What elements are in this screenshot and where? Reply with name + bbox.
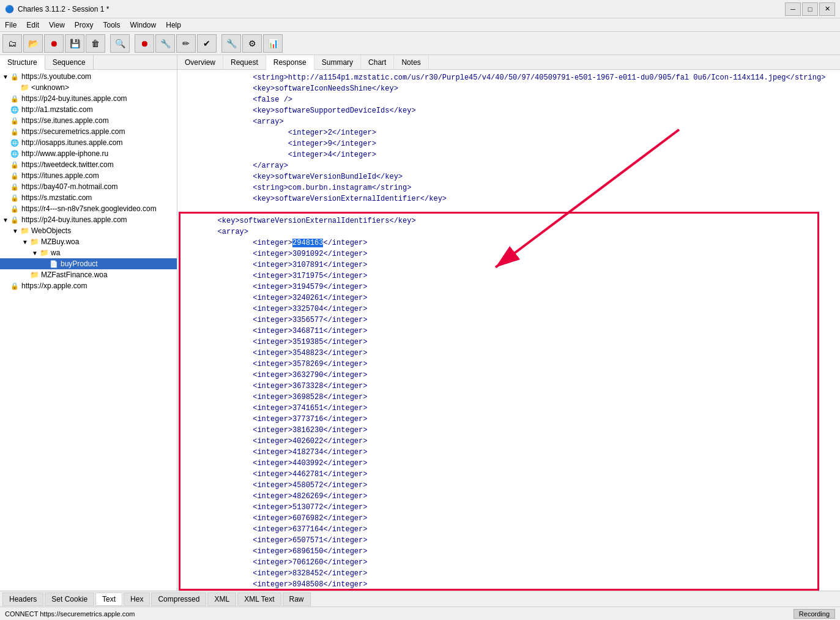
tree-expander-mzstatic[interactable] xyxy=(1,193,10,202)
menu-view[interactable]: View xyxy=(44,20,70,31)
toolbar-record-stop[interactable]: ⏺ xyxy=(44,34,64,53)
tree-container[interactable]: ▼🔒https://s.youtube.com📁<unknown>🔒https:… xyxy=(0,70,177,591)
window-title: Charles 3.11.2 - Session 1 * xyxy=(18,5,109,13)
tree-expander-r4-sn[interactable] xyxy=(1,204,10,213)
tree-item-bay407[interactable]: 🔒https://bay407-m.hotmail.com xyxy=(0,181,177,192)
toolbar-check[interactable]: ✔ xyxy=(197,34,217,53)
tree-expander-unknown[interactable] xyxy=(11,83,20,92)
tree-label-xp-apple: https://xp.apple.com xyxy=(21,282,87,290)
menu-edit[interactable]: Edit xyxy=(21,20,44,31)
tree-label-webobjects: WebObjects xyxy=(31,226,71,235)
bottom-tab-xmltext[interactable]: XML Text xyxy=(237,592,281,606)
menu-help[interactable]: Help xyxy=(161,20,186,31)
tree-expander-mzbuy[interactable]: ▼ xyxy=(21,237,29,246)
toolbar-save[interactable]: 💾 xyxy=(65,34,84,53)
xml-content[interactable]: <string>http://a1154p1.mzstatic.com/us/r… xyxy=(177,70,840,591)
tree-item-mzfast[interactable]: 📁MZFastFinance.woa xyxy=(0,269,177,280)
tree-expander-buyproduct[interactable] xyxy=(40,260,49,268)
tree-item-a1-mz[interactable]: 🌐http://a1.mzstatic.com xyxy=(0,104,177,115)
tab-summary[interactable]: Summary xyxy=(314,55,361,69)
right-panel: Overview Request Response Summary Chart … xyxy=(177,55,840,591)
tree-item-itunes[interactable]: 🔒https://itunes.apple.com xyxy=(0,170,177,181)
globe-icon: 🌐 xyxy=(10,138,20,148)
content-area: <string>http://a1154p1.mzstatic.com/us/r… xyxy=(177,70,840,591)
tree-expander-p24-buy2[interactable]: ▼ xyxy=(1,215,10,224)
tab-request[interactable]: Request xyxy=(223,55,266,69)
tree-item-buyproduct[interactable]: 📄buyProduct xyxy=(0,258,177,269)
toolbar-gear[interactable]: ⚙ xyxy=(242,34,262,53)
tree-expander-youtube[interactable]: ▼ xyxy=(1,72,10,81)
toolbar-edit[interactable]: ✏ xyxy=(176,34,196,53)
window-controls[interactable]: ─ □ ✕ xyxy=(785,2,835,16)
tree-item-youtube[interactable]: ▼🔒https://s.youtube.com xyxy=(0,71,177,82)
tree-item-iosapps[interactable]: 🌐http://iosapps.itunes.apple.com xyxy=(0,137,177,148)
tree-item-webobjects[interactable]: ▼📁WebObjects xyxy=(0,225,177,236)
tree-expander-iosapps[interactable] xyxy=(1,138,10,147)
toolbar-clear[interactable]: 🗑 xyxy=(86,34,105,53)
close-button[interactable]: ✕ xyxy=(819,2,835,16)
bottom-tab-setcookie[interactable]: Set Cookie xyxy=(45,592,94,606)
tree-expander-mzfast[interactable] xyxy=(21,271,29,279)
tree-item-mzstatic[interactable]: 🔒https://s.mzstatic.com xyxy=(0,192,177,203)
tree-label-apple-iphone: http://www.apple-iphone.ru xyxy=(21,149,108,158)
tree-item-p24-buy[interactable]: 🔒https://p24-buy.itunes.apple.com xyxy=(0,93,177,104)
tree-expander-securemetrics[interactable] xyxy=(1,127,10,136)
tree-item-securemetrics[interactable]: 🔒https://securemetrics.apple.com xyxy=(0,126,177,137)
bottom-tab-raw[interactable]: Raw xyxy=(283,592,311,606)
lock-icon: 🔒 xyxy=(10,193,20,203)
tab-sequence[interactable]: Sequence xyxy=(45,55,94,69)
tree-label-iosapps: http://iosapps.itunes.apple.com xyxy=(21,138,122,147)
menu-window[interactable]: Window xyxy=(125,20,162,31)
tree-expander-a1-mz[interactable] xyxy=(1,105,10,114)
tree-expander-apple-iphone[interactable] xyxy=(1,149,10,158)
toolbar-open[interactable]: 📂 xyxy=(23,34,43,53)
menu-tools[interactable]: Tools xyxy=(98,20,125,31)
menu-proxy[interactable]: Proxy xyxy=(70,20,98,31)
bottom-tab-hex[interactable]: Hex xyxy=(124,592,150,606)
tree-expander-bay407[interactable] xyxy=(1,182,10,191)
main-area: Structure Sequence ▼🔒https://s.youtube.c… xyxy=(0,55,840,591)
toolbar-chart[interactable]: 📊 xyxy=(263,34,283,53)
tab-structure[interactable]: Structure xyxy=(0,55,45,70)
tree-item-apple-iphone[interactable]: 🌐http://www.apple-iphone.ru xyxy=(0,148,177,159)
right-tabs: Overview Request Response Summary Chart … xyxy=(177,55,840,70)
toolbar-record[interactable]: ⏺ xyxy=(135,34,154,53)
tree-expander-xp-apple[interactable] xyxy=(1,282,10,290)
tree-expander-se-itunes[interactable] xyxy=(1,116,10,125)
maximize-button[interactable]: □ xyxy=(802,2,818,16)
tab-notes[interactable]: Notes xyxy=(394,55,428,69)
lock-icon: 🔒 xyxy=(10,204,20,214)
tree-label-mzfast: MZFastFinance.woa xyxy=(41,271,108,279)
tree-expander-webobjects[interactable]: ▼ xyxy=(11,226,20,235)
toolbar-search[interactable]: 🔍 xyxy=(110,34,130,53)
tree-expander-p24-buy[interactable] xyxy=(1,94,10,103)
tab-response[interactable]: Response xyxy=(266,55,314,70)
tree-item-wa[interactable]: ▼📁wa xyxy=(0,247,177,258)
tree-item-tweetdeck[interactable]: 🔒https://tweetdeck.twitter.com xyxy=(0,159,177,170)
tree-expander-itunes[interactable] xyxy=(1,171,10,180)
tree-item-unknown[interactable]: 📁<unknown> xyxy=(0,82,177,93)
bottom-tab-compressed[interactable]: Compressed xyxy=(151,592,206,606)
tree-label-r4-sn: https://r4---sn-n8v7snek.googlevideo.com xyxy=(21,204,157,213)
tree-item-xp-apple[interactable]: 🔒https://xp.apple.com xyxy=(0,280,177,291)
tree-item-r4-sn[interactable]: 🔒https://r4---sn-n8v7snek.googlevideo.co… xyxy=(0,203,177,214)
lock-icon: 🔒 xyxy=(10,116,20,125)
tree-expander-tweetdeck[interactable] xyxy=(1,160,10,169)
menu-bar: File Edit View Proxy Tools Window Help xyxy=(0,18,840,32)
minimize-button[interactable]: ─ xyxy=(785,2,801,16)
tree-expander-wa[interactable]: ▼ xyxy=(31,248,39,257)
tab-chart[interactable]: Chart xyxy=(361,55,394,69)
lock-icon: 🔒 xyxy=(10,72,20,81)
lock-icon: 🔒 xyxy=(10,171,20,181)
bottom-tab-headers[interactable]: Headers xyxy=(2,592,43,606)
tree-item-p24-buy2[interactable]: ▼🔒https://p24-buy.itunes.apple.com xyxy=(0,214,177,225)
toolbar-settings[interactable]: 🔧 xyxy=(221,34,241,53)
tree-item-se-itunes[interactable]: 🔒https://se.itunes.apple.com xyxy=(0,115,177,126)
bottom-tab-text[interactable]: Text xyxy=(95,592,122,606)
tree-item-mzbuy[interactable]: ▼📁MZBuy.woa xyxy=(0,236,177,247)
bottom-tab-xml[interactable]: XML xyxy=(207,592,236,606)
tab-overview[interactable]: Overview xyxy=(177,55,223,69)
toolbar-tools1[interactable]: 🔧 xyxy=(155,34,175,53)
toolbar-new[interactable]: 🗂 xyxy=(2,34,22,53)
menu-file[interactable]: File xyxy=(0,20,21,31)
